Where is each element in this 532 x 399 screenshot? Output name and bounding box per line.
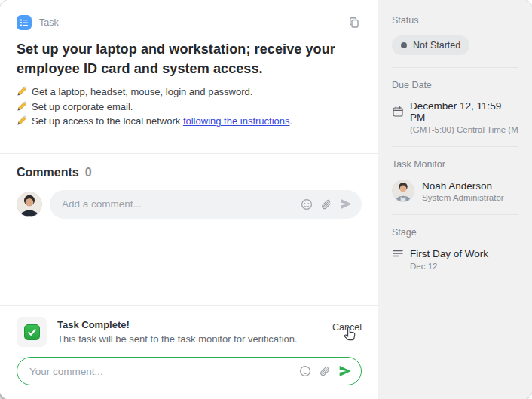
- task-type-label: Task: [39, 17, 59, 28]
- task-type-row: Task: [17, 15, 362, 30]
- task-title: Set up your laptop and workstation; rece…: [17, 39, 362, 78]
- due-date-timezone: (GMT-5:00) Central Time (Mexic...: [410, 125, 518, 134]
- current-user-avatar: [17, 192, 42, 217]
- pencil-icon: [17, 86, 27, 97]
- pencil-icon: [17, 101, 27, 112]
- cancel-wrap: Cancel: [332, 317, 362, 333]
- due-date-value: December 12, 11:59 PM: [410, 100, 518, 123]
- task-list-icon: [17, 15, 32, 30]
- calendar-icon: [392, 106, 404, 118]
- status-section: Status Not Started: [392, 15, 518, 68]
- banner-text: Task Complete! This task will be sent to…: [57, 318, 298, 347]
- checkbox-checked-icon: [24, 324, 40, 340]
- task-complete-footer: Task Complete! This task will be sent to…: [0, 305, 378, 399]
- task-monitor-name: Noah Anderson: [422, 180, 504, 192]
- stage-date: Dec 12: [410, 262, 518, 271]
- your-comment-input-wrap: [17, 357, 362, 385]
- due-date-section: Due Date December 12, 11:59 PM (GMT-5:00…: [392, 80, 518, 147]
- checklist-item: Set up access to the local network follo…: [17, 114, 362, 129]
- checklist-item: Set up corporate email.: [17, 100, 362, 115]
- stage-section: Stage First Day of Work Dec 12: [392, 227, 518, 283]
- section-divider: [0, 153, 378, 154]
- attachment-icon[interactable]: [319, 365, 331, 377]
- your-comment-input[interactable]: [29, 366, 292, 377]
- main-panel: Task Set up your laptop and workstation;…: [0, 0, 378, 399]
- task-monitor-person: Noah Anderson System Administrator: [422, 180, 504, 202]
- copy-link-button[interactable]: [347, 15, 362, 30]
- send-icon[interactable]: [340, 198, 353, 210]
- stage-list-icon: [392, 247, 404, 259]
- attachment-icon[interactable]: [320, 198, 332, 210]
- instructions-link[interactable]: following the instructions: [183, 115, 290, 127]
- task-description-list: Get a laptop, headset, mouse, login and …: [17, 84, 362, 129]
- comments-label: Comments: [17, 166, 79, 179]
- emoji-icon[interactable]: [299, 365, 311, 377]
- task-complete-checkbox[interactable]: [17, 317, 47, 347]
- comments-heading: Comments0: [17, 166, 362, 180]
- checklist-item: Get a laptop, headset, mouse, login and …: [17, 84, 362, 100]
- stage-label: Stage: [392, 227, 518, 238]
- add-comment-row: [17, 190, 362, 219]
- task-monitor-label: Task Monitor: [392, 159, 518, 170]
- task-monitor-section: Task Monitor: [392, 159, 518, 215]
- add-comment-input[interactable]: [62, 198, 293, 210]
- status-badge[interactable]: Not Started: [392, 35, 469, 55]
- banner-subtitle: This task will be sent to the task monit…: [57, 332, 298, 347]
- task-monitor-avatar: [392, 180, 414, 202]
- task-monitor-role: System Administrator: [422, 193, 504, 202]
- stage-value: First Day of Work: [410, 248, 488, 259]
- details-sidebar: Status Not Started Due Date December 12,…: [378, 0, 532, 399]
- send-icon[interactable]: [338, 364, 352, 378]
- status-dot-icon: [401, 42, 407, 48]
- task-content: Task Set up your laptop and workstation;…: [0, 0, 378, 305]
- comments-count: 0: [85, 166, 92, 179]
- cancel-button[interactable]: Cancel: [332, 322, 362, 333]
- emoji-icon[interactable]: [301, 198, 313, 210]
- pencil-icon: [17, 115, 27, 126]
- due-date-label: Due Date: [392, 80, 518, 91]
- status-label: Status: [392, 15, 518, 26]
- task-complete-banner: Task Complete! This task will be sent to…: [17, 317, 362, 347]
- banner-title: Task Complete!: [57, 318, 298, 333]
- add-comment-input-wrap: [50, 190, 362, 219]
- status-value: Not Started: [413, 40, 460, 51]
- task-detail-modal: Task Set up your laptop and workstation;…: [0, 0, 532, 399]
